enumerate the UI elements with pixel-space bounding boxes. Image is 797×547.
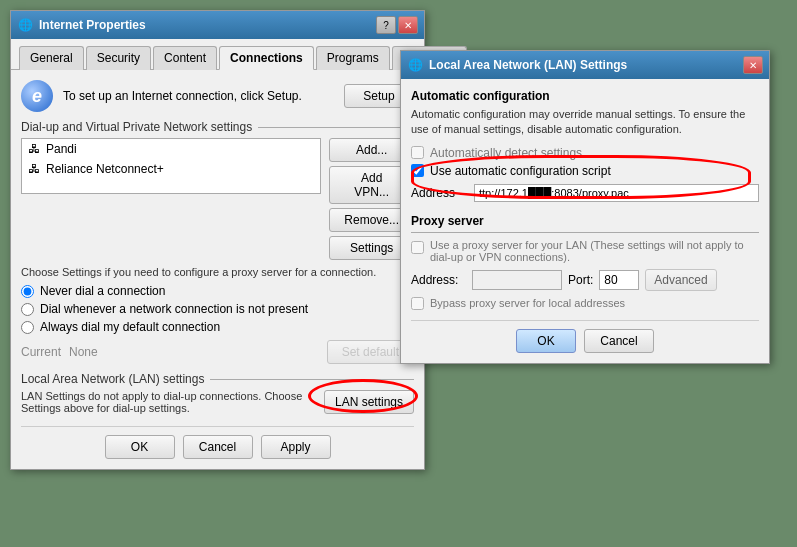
dialup-section-label: Dial-up and Virtual Private Network sett…: [21, 120, 414, 134]
dial-radio-group: Never dial a connection Dial whenever a …: [21, 284, 414, 334]
lan-bottom-buttons: OK Cancel: [411, 320, 759, 353]
tabs-bar: General Security Content Connections Pro…: [11, 39, 424, 70]
internet-props-bottom-buttons: OK Cancel Apply: [21, 426, 414, 459]
proxy-use-label[interactable]: Use a proxy server for your LAN (These s…: [411, 239, 759, 263]
current-row: Current None Set default: [21, 340, 414, 364]
radio-never[interactable]: Never dial a connection: [21, 284, 414, 298]
tab-content[interactable]: Content: [153, 46, 217, 70]
radio-whenever-input[interactable]: [21, 303, 34, 316]
proxy-address-input[interactable]: [472, 270, 562, 290]
titlebar-icon: 🌐: [17, 17, 33, 33]
cancel-button[interactable]: Cancel: [183, 435, 253, 459]
lan-section-label: Local Area Network (LAN) settings: [21, 372, 414, 386]
internet-props-title: Internet Properties: [39, 18, 376, 32]
lan-row: LAN Settings do not apply to dial-up con…: [21, 390, 414, 414]
tab-programs[interactable]: Programs: [316, 46, 390, 70]
lan-close-button[interactable]: ✕: [743, 56, 763, 74]
port-label: Port:: [568, 273, 593, 287]
lan-titlebar-buttons: ✕: [743, 56, 763, 74]
address-row: Address: [411, 184, 759, 202]
setup-text: To set up an Internet connection, click …: [63, 89, 334, 103]
auto-detect-label[interactable]: Automatically detect settings: [411, 146, 759, 160]
radio-always-label: Always dial my default connection: [40, 320, 220, 334]
bypass-checkbox[interactable]: [411, 297, 424, 310]
proxy-note: Choose Settings if you need to configure…: [21, 266, 414, 278]
lan-ok-button[interactable]: OK: [516, 329, 576, 353]
bypass-text: Bypass proxy server for local addresses: [430, 297, 625, 309]
radio-never-label: Never dial a connection: [40, 284, 165, 298]
auto-script-label[interactable]: Use automatic configuration script: [411, 164, 759, 178]
internet-properties-window: 🌐 Internet Properties ? ✕ General Securi…: [10, 10, 425, 470]
tab-connections[interactable]: Connections: [219, 46, 314, 70]
lan-note: LAN Settings do not apply to dial-up con…: [21, 390, 316, 414]
proxy-address-row: Address: Port: Advanced: [411, 269, 759, 291]
radio-whenever[interactable]: Dial whenever a network connection is no…: [21, 302, 414, 316]
current-value: None: [69, 345, 98, 359]
tab-general[interactable]: General: [19, 46, 84, 70]
lan-settings-title: Local Area Network (LAN) Settings: [429, 58, 743, 72]
proxy-use-text: Use a proxy server for your LAN (These s…: [430, 239, 759, 263]
proxy-use-checkbox[interactable]: [411, 241, 424, 254]
bypass-label[interactable]: Bypass proxy server for local addresses: [411, 297, 759, 310]
reliance-icon: 🖧: [28, 162, 40, 176]
auto-script-checkbox[interactable]: [411, 164, 424, 177]
proxy-address-label: Address:: [411, 273, 466, 287]
radio-whenever-label: Dial whenever a network connection is no…: [40, 302, 308, 316]
help-button[interactable]: ?: [376, 16, 396, 34]
lan-settings-window: 🌐 Local Area Network (LAN) Settings ✕ Au…: [400, 50, 770, 364]
radio-always-input[interactable]: [21, 321, 34, 334]
lan-settings-titlebar: 🌐 Local Area Network (LAN) Settings ✕: [401, 51, 769, 79]
auto-config-desc: Automatic configuration may override man…: [411, 107, 759, 138]
connection-reliance[interactable]: 🖧 Reliance Netconnect+: [22, 159, 320, 179]
auto-detect-text: Automatically detect settings: [430, 146, 582, 160]
auto-script-text: Use automatic configuration script: [430, 164, 611, 178]
setup-row: e To set up an Internet connection, clic…: [21, 80, 414, 112]
pandi-label: Pandi: [46, 142, 77, 156]
address-label: Address: [411, 186, 466, 200]
internet-props-body: e To set up an Internet connection, clic…: [11, 70, 424, 469]
apply-button[interactable]: Apply: [261, 435, 331, 459]
tab-security[interactable]: Security: [86, 46, 151, 70]
radio-never-input[interactable]: [21, 285, 34, 298]
lan-cancel-button[interactable]: Cancel: [584, 329, 654, 353]
current-label: Current: [21, 345, 61, 359]
auto-detect-row: Automatically detect settings: [411, 146, 759, 160]
proxy-server-title: Proxy server: [411, 214, 759, 228]
pandi-icon: 🖧: [28, 142, 40, 156]
internet-props-titlebar: 🌐 Internet Properties ? ✕: [11, 11, 424, 39]
address-input[interactable]: [474, 184, 759, 202]
auto-config-title: Automatic configuration: [411, 89, 759, 103]
advanced-button[interactable]: Advanced: [645, 269, 716, 291]
reliance-label: Reliance Netconnect+: [46, 162, 164, 176]
lan-settings-body: Automatic configuration Automatic config…: [401, 79, 769, 363]
titlebar-buttons: ? ✕: [376, 16, 418, 34]
ie-globe-icon: e: [21, 80, 53, 112]
connections-listbox[interactable]: 🖧 Pandi 🖧 Reliance Netconnect+: [21, 138, 321, 194]
port-input[interactable]: [599, 270, 639, 290]
proxy-section: Proxy server Use a proxy server for your…: [411, 214, 759, 310]
close-button[interactable]: ✕: [398, 16, 418, 34]
auto-script-row: Use automatic configuration script: [411, 164, 759, 178]
auto-detect-checkbox[interactable]: [411, 146, 424, 159]
bypass-row: Bypass proxy server for local addresses: [411, 297, 759, 310]
radio-always[interactable]: Always dial my default connection: [21, 320, 414, 334]
lan-titlebar-icon: 🌐: [407, 57, 423, 73]
lan-settings-button[interactable]: LAN settings: [324, 390, 414, 414]
ok-button[interactable]: OK: [105, 435, 175, 459]
connection-pandi[interactable]: 🖧 Pandi: [22, 139, 320, 159]
